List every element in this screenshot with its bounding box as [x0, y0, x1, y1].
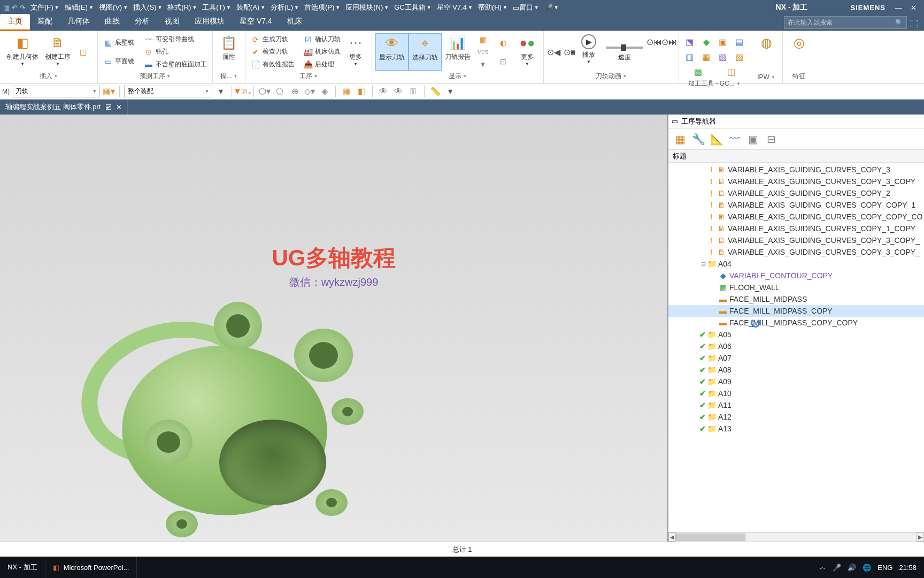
feature-button[interactable]: ◎ — [786, 33, 812, 71]
validity-report-button[interactable]: 📄有效性报告 — [249, 59, 297, 70]
menu-window[interactable]: ▭ 窗口 ▼ — [510, 3, 542, 12]
tree-row[interactable]: ✔📁A05 — [668, 329, 924, 340]
ribbon-tab[interactable]: 主页 — [0, 14, 30, 31]
menu-item[interactable]: 帮助(H) ▼ — [475, 3, 510, 12]
tree-row[interactable]: ✔📁A08 — [668, 364, 924, 376]
menu-item[interactable]: 应用模块(N) ▼ — [343, 3, 391, 12]
disp-icon-1[interactable]: ▦ — [476, 34, 492, 45]
ipw-button[interactable]: ◍ — [753, 33, 779, 72]
speed-slider[interactable] — [606, 47, 643, 49]
verify-toolpath-button[interactable]: ✔检查刀轨 — [249, 47, 297, 57]
drill-button[interactable]: ⊙钻孔 — [142, 47, 209, 57]
ribbon-tab[interactable]: 分析 — [127, 14, 157, 31]
fullscreen-icon[interactable]: ⛶ — [910, 19, 919, 29]
anim-prev-button[interactable]: ⊙◀ — [547, 45, 560, 58]
tb-icon-7[interactable]: ◈ — [318, 85, 331, 98]
filter-select-2[interactable]: 整个装配 — [124, 86, 212, 97]
tree-row[interactable]: !🗎VARIABLE_AXIS_GUIDING_CURVES_COPY_3_CO… — [668, 176, 924, 187]
eye-icon-3[interactable]: 👁̷ — [407, 85, 420, 98]
tb-icon-5[interactable]: ⊕ — [288, 85, 301, 98]
disp-icon-4[interactable]: ◐ — [496, 37, 512, 48]
menu-item[interactable]: 装配(A) ▼ — [234, 3, 268, 12]
scroll-right-icon[interactable]: ▶ — [917, 533, 924, 542]
ruler-icon[interactable]: 📏 — [429, 85, 442, 98]
tree-row[interactable]: ⊟📁A04 — [668, 258, 924, 270]
ribbon-tab[interactable]: 装配 — [30, 14, 60, 31]
minimize-icon[interactable]: — — [895, 4, 902, 12]
show-toolpath-button[interactable]: 👁显示刀轨 — [375, 33, 409, 71]
operation-tree[interactable]: !🗎VARIABLE_AXIS_GUIDING_CURVES_COPY_3!🗎V… — [668, 163, 924, 532]
gc-tool-1-icon[interactable]: ⬔ — [683, 35, 696, 48]
file-tab-active[interactable]: 轴编程实战案例五 阀体零件.prt 🗹 ✕ — [0, 100, 128, 115]
nav-view-5-icon[interactable]: ▣ — [744, 131, 761, 148]
tray-expand-icon[interactable]: ︿ — [819, 562, 826, 572]
machine-sim-button[interactable]: 🏭机床仿真 — [301, 47, 343, 57]
planar-mill-button[interactable]: ▭平面铣 — [101, 56, 136, 67]
anim-step-back-button[interactable]: ⊙⏮ — [648, 35, 660, 48]
tray-lang[interactable]: ENG — [877, 564, 892, 572]
tree-row[interactable]: ▬FACE_MILL_MIDPASS — [668, 293, 924, 305]
tb-icon-3[interactable]: ⬡▾ — [258, 85, 271, 98]
ribbon-tab[interactable]: 机床 — [280, 14, 310, 31]
tree-row[interactable]: ✔📁A12 — [668, 411, 924, 423]
menu-item[interactable]: 视图(V) ▼ — [96, 3, 130, 12]
menu-item[interactable]: 星空 V7.4 ▼ — [434, 3, 475, 12]
ribbon-tab[interactable]: 星空 V7.4 — [232, 14, 280, 31]
nav-view-2-icon[interactable]: 🔧 — [690, 131, 707, 148]
gc-tool-9-icon[interactable]: ▩ — [691, 65, 704, 78]
gc-tool-10-icon[interactable]: ◫ — [725, 65, 737, 78]
ribbon-tab[interactable]: 应用模块 — [187, 14, 232, 31]
file-close-icon[interactable]: ✕ — [116, 103, 122, 111]
tb-icon-6[interactable]: ◇▾ — [303, 85, 316, 98]
tree-row[interactable]: ✔📁A11 — [668, 399, 924, 411]
taskbar-nx-button[interactable]: NX - 加工 — [0, 557, 45, 578]
tree-row[interactable]: ✔📁A07 — [668, 352, 924, 364]
funnel-icon[interactable]: ▼⎚▾ — [236, 85, 249, 98]
search-icon[interactable]: 🔍 — [895, 19, 903, 26]
create-geometry-button[interactable]: ◧创建几何体▼ — [3, 33, 42, 71]
tray-network-icon[interactable]: 🌐 — [863, 564, 871, 572]
tree-row[interactable]: ◆VARIABLE_CONTOUR_COPY — [668, 270, 924, 282]
nav-view-1-icon[interactable]: ▦ — [672, 131, 689, 148]
tree-row[interactable]: !🗎VARIABLE_AXIS_GUIDING_CURVES_COPY_2 — [668, 187, 924, 199]
gc-tool-6-icon[interactable]: ▦ — [700, 50, 713, 63]
scroll-left-icon[interactable]: ◀ — [668, 533, 676, 542]
floor-nowall-button[interactable]: ▬不含壁的底面加工 — [142, 59, 209, 70]
variable-guide-button[interactable]: 〰可变引导曲线 — [142, 34, 209, 45]
tree-row[interactable]: !🗎VARIABLE_AXIS_GUIDING_CURVES_COPY_3 — [668, 164, 924, 176]
more-display-button[interactable]: ●●更多▼ — [514, 33, 540, 71]
redo-icon[interactable]: ↷ — [20, 4, 26, 12]
menu-item[interactable]: GC工具箱 ▼ — [391, 3, 434, 12]
eye-icon-2[interactable]: 👁 — [392, 85, 405, 98]
toolpath-report-button[interactable]: 📊刀轨报告 — [442, 33, 474, 71]
menu-item[interactable]: 编辑(E) ▼ — [62, 3, 96, 12]
filter-select-1[interactable]: 刀轨 — [12, 86, 100, 97]
gc-tool-7-icon[interactable]: ▧ — [717, 50, 729, 63]
disp-icon-5[interactable]: ⊡ — [496, 56, 512, 67]
tree-row[interactable]: ▬FACE_MILL_MIDPASS_COPY — [668, 305, 924, 317]
gc-tool-8-icon[interactable]: ▨ — [733, 50, 746, 63]
select-toolpath-button[interactable]: ⌖选择刀轨 — [409, 33, 442, 71]
tray-clock[interactable]: 21:58 — [899, 564, 917, 572]
viewport-3d[interactable]: UG多轴教程 微信：wykzwzj999 — [0, 115, 667, 542]
menu-item[interactable]: 插入(S) ▼ — [130, 3, 165, 12]
ribbon-tab[interactable]: 几何体 — [60, 14, 97, 31]
tray-volume-icon[interactable]: 🔊 — [848, 564, 856, 572]
tree-row[interactable]: !🗎VARIABLE_AXIS_GUIDING_CURVES_COPY_1_CO… — [668, 223, 924, 234]
scroll-thumb[interactable] — [676, 534, 745, 541]
anim-stop-button[interactable]: ⊙■ — [563, 45, 576, 58]
tree-row[interactable]: !🗎VARIABLE_AXIS_GUIDING_CURVES_COPY_3_CO… — [668, 234, 924, 246]
disp-icon-3[interactable]: ▼ — [476, 59, 492, 70]
tree-row[interactable]: ✔📁A06 — [668, 340, 924, 352]
more-ops-button[interactable]: ⋯更多▼ — [343, 33, 368, 71]
close-icon[interactable]: ✕ — [911, 4, 917, 12]
undo-icon[interactable]: ↶ — [12, 4, 18, 12]
tb-dd[interactable]: ▾ — [444, 85, 457, 98]
play-button[interactable]: ▶播放▼ — [576, 33, 602, 71]
confirm-toolpath-button[interactable]: ☑确认刀轨 — [301, 34, 343, 45]
tray-mic-icon[interactable]: 🎤 — [833, 564, 841, 572]
nav-hscrollbar[interactable]: ◀ ▶ — [668, 532, 924, 542]
tree-row[interactable]: ✔📁A13 — [668, 423, 924, 435]
tb-icon-2[interactable]: ▾ — [214, 85, 227, 98]
properties-button[interactable]: 📋属性 — [216, 33, 242, 71]
